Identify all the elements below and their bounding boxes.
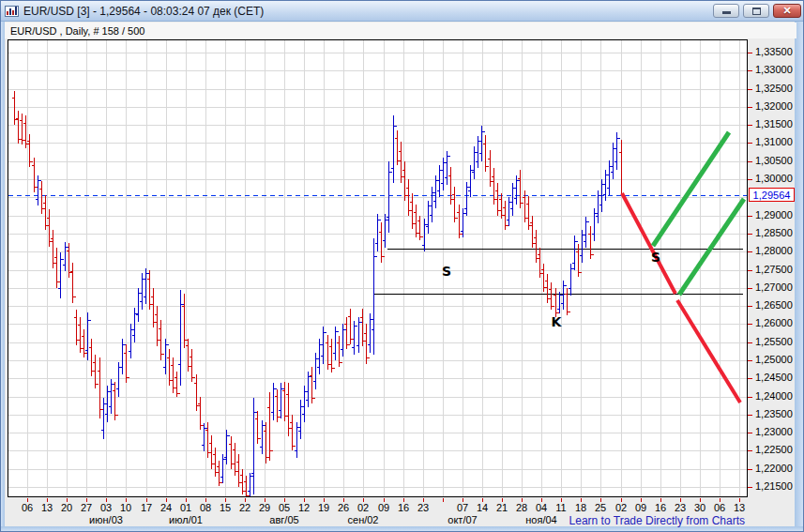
ohlc-bar bbox=[492, 168, 497, 205]
ohlc-bar bbox=[302, 386, 308, 422]
ohlc-bar bbox=[379, 222, 385, 262]
ohlc-bar bbox=[348, 309, 354, 344]
y-axis-label: 1,28000 bbox=[755, 245, 793, 256]
y-tick bbox=[748, 378, 752, 379]
annotation-letter: K bbox=[552, 314, 563, 329]
ohlc-bar bbox=[483, 135, 489, 172]
ohlc-bar bbox=[209, 435, 215, 468]
ohlc-bar bbox=[260, 420, 265, 455]
ohlc-bar bbox=[147, 270, 153, 310]
ohlc-bar bbox=[124, 344, 129, 383]
x-axis-label: 20 bbox=[61, 502, 72, 513]
ohlc-bar bbox=[155, 306, 160, 345]
ohlc-bar bbox=[132, 308, 138, 342]
green-forecast-1 bbox=[653, 132, 729, 246]
window-frame-left bbox=[1, 22, 5, 531]
ohlc-bar bbox=[279, 383, 284, 418]
ohlc-bar bbox=[417, 216, 423, 240]
y-axis-label: 1,23000 bbox=[755, 426, 793, 437]
x-axis-label: 02 bbox=[615, 502, 627, 513]
ohlc-bar bbox=[592, 208, 598, 241]
ohlc-bar bbox=[171, 357, 176, 393]
x-axis-label: 06 bbox=[714, 502, 725, 513]
x-axis-label: 12 bbox=[298, 502, 310, 513]
ohlc-bar bbox=[295, 422, 300, 459]
y-tick bbox=[748, 469, 752, 470]
y-axis-label: 1,32500 bbox=[755, 83, 793, 94]
ohlc-bar bbox=[255, 411, 261, 444]
ohlc-bar bbox=[372, 238, 377, 355]
x-axis-label: 07 bbox=[457, 502, 468, 513]
x-axis-label: 30 bbox=[694, 502, 705, 513]
ohlc-bar bbox=[584, 217, 589, 248]
ohlc-bar bbox=[178, 290, 184, 386]
ohlc-bar bbox=[565, 288, 570, 315]
price-axis: 1,335001,330001,325001,320001,315001,310… bbox=[748, 39, 796, 497]
x-axis-label: 09 bbox=[635, 502, 646, 513]
ohlc-bar bbox=[213, 448, 219, 478]
y-axis-label: 1,22000 bbox=[755, 463, 793, 474]
ohlc-bar bbox=[251, 398, 257, 494]
ohlc-bar bbox=[452, 187, 458, 223]
ohlc-bar bbox=[306, 372, 311, 408]
y-axis-label: 1,27500 bbox=[755, 264, 793, 275]
title-bar[interactable]: EUR/USD [3] - 1,29564 - 08:03:24 07 дек … bbox=[1, 1, 804, 22]
ohlc-bar bbox=[78, 317, 83, 353]
x-axis-label: 01 bbox=[180, 502, 191, 513]
ohlc-bar bbox=[82, 329, 87, 357]
learn-to-trade-link[interactable]: Learn to Trade Directly from Charts bbox=[569, 514, 745, 527]
ohlc-bar bbox=[534, 230, 539, 263]
x-axis-label: 04 bbox=[536, 502, 547, 513]
ohlc-bar bbox=[16, 111, 22, 144]
ohlc-bar bbox=[167, 349, 173, 386]
restore-button[interactable] bbox=[743, 4, 769, 18]
minimize-button[interactable] bbox=[713, 4, 739, 18]
ohlc-bar bbox=[136, 288, 142, 323]
y-tick bbox=[748, 53, 752, 53]
price-bars bbox=[12, 91, 625, 496]
y-tick bbox=[748, 107, 752, 108]
ohlc-bar bbox=[233, 443, 238, 477]
ohlc-bar bbox=[596, 190, 601, 223]
y-tick bbox=[748, 487, 752, 488]
x-axis-label: 09 bbox=[378, 502, 389, 513]
ohlc-bar bbox=[375, 214, 381, 251]
ohlc-bar bbox=[468, 165, 474, 198]
ohlc-bar bbox=[32, 158, 38, 192]
ohlc-bar bbox=[313, 353, 319, 389]
annotation-letter: S bbox=[651, 250, 660, 265]
ohlc-bar bbox=[549, 282, 554, 310]
x-axis-label: 24 bbox=[160, 502, 172, 513]
x-axis-label: 29 bbox=[259, 502, 270, 513]
ohlc-bar bbox=[603, 170, 609, 201]
y-axis-label: 1,24500 bbox=[755, 372, 793, 383]
y-axis-label: 1,30000 bbox=[755, 173, 793, 184]
ohlc-bar bbox=[488, 150, 493, 187]
y-axis-label: 1,23500 bbox=[755, 408, 793, 419]
x-axis-label: 14 bbox=[477, 502, 488, 513]
ohlc-bar bbox=[20, 114, 25, 144]
price-chart-plot[interactable]: SKS bbox=[8, 39, 748, 497]
chart-window: EUR/USD [3] - 1,29564 - 08:03:24 07 дек … bbox=[0, 0, 804, 532]
y-tick bbox=[748, 70, 752, 71]
y-axis-label: 1,26000 bbox=[755, 317, 793, 328]
ohlc-bar bbox=[364, 324, 370, 363]
ohlc-bar bbox=[607, 160, 613, 195]
x-axis-label: 22 bbox=[239, 502, 250, 513]
x-axis-label: 15 bbox=[220, 502, 231, 513]
ohlc-bar bbox=[326, 335, 331, 370]
y-tick bbox=[748, 433, 752, 433]
x-axis-label: 27 bbox=[81, 502, 92, 513]
ohlc-bar bbox=[399, 142, 404, 183]
window-title: EUR/USD [3] - 1,29564 - 08:03:24 07 дек … bbox=[23, 5, 264, 18]
x-axis-label: 21 bbox=[496, 502, 508, 513]
y-tick bbox=[748, 89, 752, 90]
x-axis-label: 18 bbox=[575, 502, 586, 513]
ohlc-bar bbox=[51, 230, 56, 268]
close-button[interactable]: ✕ bbox=[773, 4, 801, 18]
restore-icon bbox=[752, 8, 761, 15]
y-tick bbox=[748, 125, 752, 126]
y-tick bbox=[748, 251, 752, 252]
ohlc-bar bbox=[190, 349, 195, 382]
ohlc-bar bbox=[194, 374, 200, 411]
